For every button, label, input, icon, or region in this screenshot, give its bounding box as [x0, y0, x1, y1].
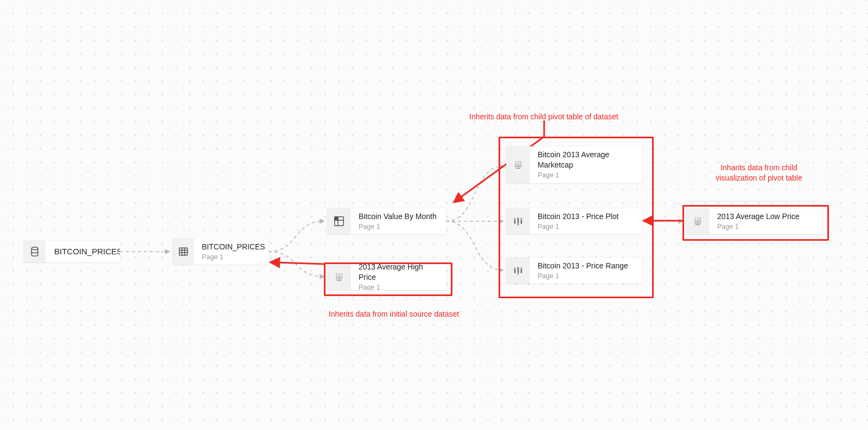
svg-rect-25	[518, 274, 519, 275]
svg-rect-23	[514, 268, 516, 269]
svg-rect-22	[514, 269, 516, 273]
node-subtitle: Page 1	[359, 283, 438, 290]
svg-rect-26	[521, 269, 522, 273]
number-icon: 123	[327, 264, 351, 290]
number-icon: 123	[506, 146, 530, 183]
node-subtitle: Page 1	[538, 222, 618, 232]
chart-icon	[506, 208, 530, 234]
svg-rect-1	[180, 248, 188, 255]
node-title: 2013 Average Low Price	[717, 211, 800, 222]
annotation-right: Inharits data from child visualization o…	[705, 163, 813, 183]
node-metric-high-price[interactable]: 123 2013 Average High Price Page 1	[327, 264, 446, 290]
node-subtitle: Page 1	[538, 272, 628, 281]
chart-icon	[506, 258, 530, 284]
node-subtitle: Page 1	[359, 222, 437, 232]
node-title: Bitcoin 2013 Average Marketcap	[538, 150, 635, 170]
node-source-dataset[interactable]: BITCOIN_PRICES	[24, 241, 120, 262]
diagram-canvas[interactable]: BITCOIN_PRICES BITCOIN_PRICES Page 1	[0, 0, 868, 430]
svg-rect-21	[521, 219, 522, 220]
node-title: Bitcoin 2013 - Price Plot	[538, 211, 618, 222]
node-subtitle: Page 1	[538, 171, 635, 180]
svg-rect-19	[518, 224, 519, 226]
svg-rect-16	[514, 220, 516, 223]
node-metric-low-price[interactable]: 123 2013 Average Low Price Page 1	[686, 208, 822, 234]
node-viz-price-plot[interactable]: Bitcoin 2013 - Price Plot Page 1	[506, 208, 642, 234]
node-title: 2013 Average High Price	[359, 264, 438, 283]
pivot-icon	[327, 208, 351, 234]
annotation-top: Inherits data from child pivot table of …	[469, 112, 618, 122]
annotation-bottom: Inherits data from initial source datase…	[315, 309, 473, 319]
svg-point-0	[31, 247, 38, 250]
svg-rect-17	[514, 219, 516, 220]
node-dataset[interactable]: BITCOIN_PRICES Page 1	[173, 239, 269, 265]
svg-rect-27	[521, 268, 522, 269]
node-title: Bitcoin Value By Month	[359, 211, 437, 222]
svg-rect-24	[518, 267, 519, 273]
node-subtitle: Page 1	[717, 222, 800, 232]
node-metric-marketcap[interactable]: 123 Bitcoin 2013 Average Marketcap Page …	[506, 146, 642, 183]
node-viz-price-range[interactable]: Bitcoin 2013 - Price Range Page 1	[506, 258, 642, 284]
svg-rect-18	[518, 218, 519, 224]
node-title: Bitcoin 2013 - Price Range	[538, 261, 628, 271]
svg-text:123: 123	[336, 272, 343, 278]
node-title: BITCOIN_PRICES	[202, 242, 265, 252]
node-title: BITCOIN_PRICES	[54, 246, 120, 257]
svg-rect-20	[521, 220, 522, 223]
node-pivot-table[interactable]: Bitcoin Value By Month Page 1	[327, 208, 446, 234]
svg-text:123: 123	[694, 216, 701, 222]
table-icon	[173, 239, 194, 265]
database-icon	[24, 241, 46, 262]
number-icon: 123	[686, 208, 710, 234]
node-subtitle: Page 1	[202, 253, 265, 262]
svg-text:123: 123	[515, 160, 522, 165]
svg-rect-7	[335, 217, 338, 220]
